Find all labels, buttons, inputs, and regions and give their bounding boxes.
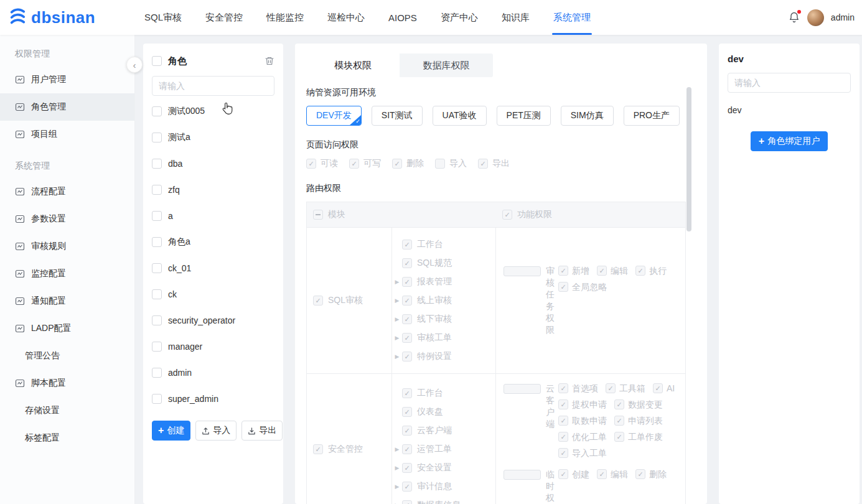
role-list-item[interactable]: admin	[152, 360, 274, 386]
select-all-roles-checkbox[interactable]	[152, 56, 162, 66]
delete-role-button[interactable]	[265, 56, 274, 66]
role-search-input[interactable]	[152, 76, 274, 96]
perm-item-label: 创建	[572, 469, 589, 480]
role-list-item[interactable]: 测试a	[152, 124, 274, 151]
role-list-item[interactable]: ck_01	[152, 255, 274, 281]
perm-item-label: 工具箱	[619, 383, 645, 394]
tab[interactable]: 数据库权限	[400, 54, 493, 77]
notifications-button[interactable]	[788, 11, 800, 24]
sidebar-item[interactable]: 通知配置	[0, 287, 134, 315]
tab[interactable]: 模块权限	[306, 54, 400, 77]
expand-caret-icon[interactable]: ▶	[392, 335, 402, 341]
role-list-item[interactable]: a	[152, 203, 274, 229]
perm-header-checkbox	[502, 210, 512, 220]
nav-item[interactable]: 资产中心	[441, 0, 478, 35]
role-list-item[interactable]: 角色a	[152, 229, 274, 255]
avatar[interactable]	[807, 9, 824, 26]
create-role-button[interactable]: + 创建	[152, 421, 190, 441]
perm-group-header: 云客户端	[504, 383, 552, 430]
perm-group-label: 临时权限	[546, 469, 555, 504]
nav-item[interactable]: 巡检中心	[327, 0, 365, 35]
env-option[interactable]: PET压测	[497, 106, 551, 126]
role-list-item[interactable]: dba	[152, 151, 274, 177]
role-list-item[interactable]: ck	[152, 281, 274, 307]
submodule-item: ▶线上审核	[392, 291, 495, 310]
sidebar-item[interactable]: 标签配置	[0, 424, 134, 452]
expand-caret-icon[interactable]: ▶	[392, 446, 402, 452]
submodule-checkbox	[402, 240, 412, 250]
sidebar-item[interactable]: 项目组	[0, 121, 134, 148]
env-option-label: UAT验收	[443, 110, 477, 121]
expand-caret-icon[interactable]: ▶	[392, 297, 402, 304]
nav-item[interactable]: SQL审核	[144, 0, 182, 35]
sidebar-item[interactable]: 管理公告	[0, 342, 134, 370]
role-checkbox[interactable]	[152, 159, 162, 169]
sidebar-body: 权限管理用户管理角色管理项目组系统管理流程配置参数设置审核规则监控配置通知配置L…	[0, 44, 134, 452]
scrollbar-thumb[interactable]	[686, 87, 691, 231]
perm-item: 申请列表	[614, 415, 663, 426]
sidebar-item[interactable]: 审核规则	[0, 233, 134, 260]
env-option[interactable]: SIT测试	[372, 106, 423, 126]
perm-item: 新增	[558, 265, 589, 276]
bind-user-search-input[interactable]	[728, 73, 851, 93]
role-checkbox[interactable]	[152, 289, 162, 299]
brand-logo[interactable]: dbsinan	[9, 7, 122, 27]
sidebar-item[interactable]: 用户管理	[0, 66, 134, 93]
role-checkbox[interactable]	[152, 237, 162, 247]
submodule-checkbox	[402, 500, 412, 504]
sidebar-item[interactable]: 角色管理	[0, 93, 134, 121]
expand-caret-icon[interactable]: ▶	[392, 279, 402, 285]
env-option[interactable]: PRO生产	[624, 106, 680, 126]
role-name: admin	[168, 368, 192, 378]
perm-item: AI	[653, 383, 675, 394]
role-list-item[interactable]: zfq	[152, 177, 274, 203]
sidebar-item[interactable]: 存储设置	[0, 397, 134, 424]
nav-item[interactable]: 性能监控	[266, 0, 304, 35]
expand-caret-icon[interactable]: ▶	[392, 316, 402, 322]
env-option[interactable]: DEV开发✓	[306, 106, 362, 126]
role-checkbox[interactable]	[152, 211, 162, 221]
bind-user-label: 角色绑定用户	[767, 136, 820, 147]
page-access-label: 可写	[363, 158, 381, 169]
nav-item[interactable]: 系统管理	[553, 0, 591, 35]
expand-caret-icon[interactable]: ▶	[392, 353, 402, 360]
sidebar-item-label: 流程配置	[31, 186, 66, 197]
env-option[interactable]: UAT验收	[433, 106, 487, 126]
role-checkbox[interactable]	[152, 106, 162, 116]
role-checkbox[interactable]	[152, 263, 162, 273]
env-option[interactable]: SIM仿真	[561, 106, 614, 126]
sidebar-item[interactable]: 参数设置	[0, 205, 134, 233]
perm-item: 编辑	[597, 469, 628, 480]
nav-item[interactable]: 知识库	[502, 0, 530, 35]
sidebar-item[interactable]: 监控配置	[0, 260, 134, 287]
expand-caret-icon[interactable]: ▶	[392, 465, 402, 471]
sidebar-item[interactable]: LADP配置	[0, 315, 134, 342]
role-list-item[interactable]: security_operator	[152, 307, 274, 334]
role-checkbox[interactable]	[152, 342, 162, 352]
role-checkbox[interactable]	[152, 315, 162, 325]
username[interactable]: admin	[831, 12, 855, 22]
import-button[interactable]: 导入	[195, 421, 237, 441]
role-name: zfq	[168, 185, 180, 195]
nav-item[interactable]: AIOPS	[388, 0, 417, 35]
role-list-item[interactable]: manager	[152, 334, 274, 360]
role-list-item[interactable]: 测试0005	[152, 98, 274, 124]
role-checkbox[interactable]	[152, 394, 162, 404]
content-area: 角色 测试0005测试adbazfqa角色ack_01cksecurity_op…	[135, 35, 862, 504]
nav-item[interactable]: 安全管控	[205, 0, 243, 35]
role-checkbox[interactable]	[152, 368, 162, 378]
expand-caret-icon[interactable]: ▶	[392, 483, 402, 490]
page-access-checkbox	[349, 159, 359, 169]
module-cell: SQL审核	[307, 228, 392, 373]
role-checkbox[interactable]	[152, 185, 162, 195]
bind-user-button[interactable]: + 角色绑定用户	[751, 131, 828, 151]
role-list-item[interactable]: super_admin	[152, 386, 274, 412]
submodule-item: 工作台	[392, 384, 495, 403]
export-button[interactable]: 导出	[241, 421, 283, 441]
sidebar-item[interactable]: 流程配置	[0, 178, 134, 205]
sidebar: 权限管理用户管理角色管理项目组系统管理流程配置参数设置审核规则监控配置通知配置L…	[0, 35, 135, 504]
route-section-title: 路由权限	[306, 183, 686, 194]
role-checkbox[interactable]	[152, 133, 162, 142]
sidebar-collapse-button[interactable]: ‹	[126, 57, 143, 73]
sidebar-item[interactable]: 脚本配置	[0, 370, 134, 397]
